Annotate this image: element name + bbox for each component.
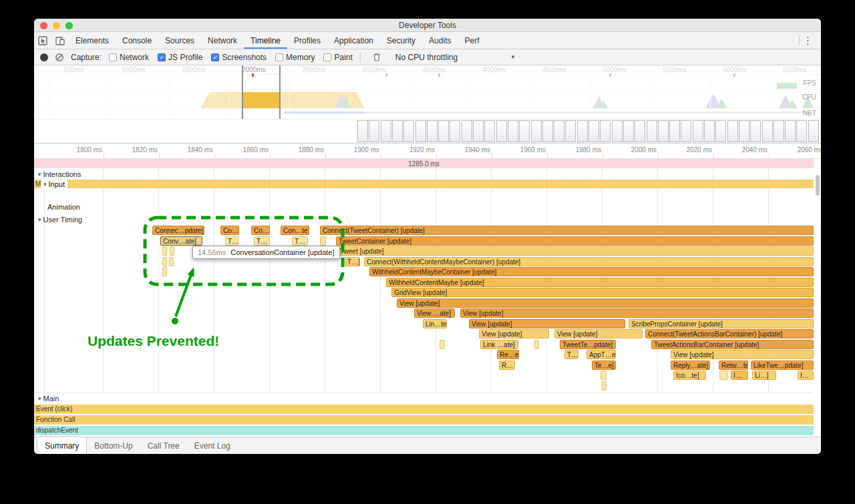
user-timing-bar[interactable]: Te…e] <box>592 360 616 370</box>
user-timing-bar[interactable] <box>602 381 607 391</box>
user-timing-bar[interactable]: LikeTwe…pdate] <box>751 360 814 370</box>
user-timing-bar[interactable]: TweetActionsBarContainer [update] <box>651 340 814 349</box>
user-timing-bar[interactable]: Retw…te] <box>719 360 748 370</box>
user-timing-bar[interactable]: Link …ate] <box>480 340 518 349</box>
filmstrip-thumbnail[interactable] <box>484 120 495 142</box>
tab-network[interactable]: Network <box>201 32 244 49</box>
filmstrip-thumbnail[interactable] <box>612 120 623 142</box>
filmstrip-thumbnail[interactable] <box>762 120 773 142</box>
user-timing-bar[interactable]: TweetContainer [update] <box>336 236 814 246</box>
user-timing-bar[interactable] <box>719 370 728 380</box>
main-row-event-click-[interactable]: Event (click) <box>34 405 814 414</box>
tab-application[interactable]: Application <box>327 32 380 49</box>
user-timing-bar[interactable]: ScribePropsContainer [update] <box>629 319 814 328</box>
user-timing-bar[interactable]: Reply…ate] <box>671 360 710 370</box>
user-timing-bar[interactable] <box>320 236 326 246</box>
capture-checkbox-screenshots[interactable]: ✓Screenshots <box>211 53 267 62</box>
tab-perf[interactable]: Perf <box>458 32 486 49</box>
section-animation[interactable]: Animation <box>47 203 80 211</box>
inspect-element-icon[interactable] <box>34 32 51 49</box>
user-timing-bar[interactable] <box>601 370 607 380</box>
user-timing-bar[interactable]: View [update] <box>460 308 814 318</box>
filmstrip-thumbnail[interactable] <box>600 120 611 142</box>
filmstrip-thumbnail[interactable] <box>565 120 576 142</box>
main-row-function-call[interactable]: Function Call <box>34 415 814 425</box>
filmstrip-thumbnail[interactable] <box>531 120 542 142</box>
user-timing-bar[interactable]: I… <box>798 370 814 380</box>
capture-checkbox-paint[interactable]: Paint <box>323 53 352 62</box>
filmstrip-thumbnail[interactable] <box>427 120 438 142</box>
record-button[interactable] <box>40 53 48 61</box>
filmstrip-thumbnail[interactable] <box>727 120 738 142</box>
filmstrip-thumbnail[interactable] <box>450 120 460 142</box>
user-timing-bar[interactable]: Con…te] <box>281 226 309 235</box>
user-timing-bar[interactable]: Connect(TweetContainer) [update] <box>320 226 814 235</box>
filmstrip-thumbnail[interactable] <box>774 120 784 142</box>
section-input[interactable]: ▾ Input <box>41 180 67 188</box>
filmstrip-thumbnail[interactable] <box>635 120 645 142</box>
user-timing-bar[interactable]: Ico…te] <box>673 370 706 380</box>
user-timing-bar[interactable]: I… <box>731 370 748 380</box>
user-timing-bar[interactable]: T… <box>225 236 238 246</box>
tab-sources[interactable]: Sources <box>158 32 201 49</box>
window-titlebar[interactable]: Developer Tools <box>34 19 821 32</box>
user-timing-bar[interactable]: Co…e] <box>220 226 239 235</box>
user-timing-bar[interactable]: View [update] <box>397 298 814 308</box>
user-timing-bar[interactable]: TweetTe…pdate] <box>560 340 616 349</box>
user-timing-bar[interactable]: WithheldContentMaybe [update] <box>386 278 814 287</box>
timeline-overview[interactable]: 500ms1000ms1500ms2000ms2500ms3000ms3500m… <box>34 65 821 144</box>
user-timing-bar[interactable] <box>162 267 167 276</box>
user-timing-bar[interactable] <box>534 340 539 349</box>
zoom-window-button[interactable] <box>65 22 73 29</box>
tab-elements[interactable]: Elements <box>69 32 116 49</box>
user-timing-bar[interactable]: GridView [update] <box>391 288 814 297</box>
tab-console[interactable]: Console <box>116 32 158 49</box>
user-timing-bar[interactable]: AppT…e] <box>586 350 616 359</box>
filmstrip-thumbnail[interactable] <box>647 120 657 142</box>
filmstrip-thumbnail[interactable] <box>669 120 680 142</box>
filmstrip-thumbnail[interactable] <box>357 120 368 142</box>
section-user-timing[interactable]: ▾ User Timing <box>38 216 82 224</box>
capture-checkbox-network[interactable]: Network <box>109 53 149 62</box>
close-window-button[interactable] <box>40 22 47 29</box>
section-interactions[interactable]: ▾ Interactions <box>38 170 81 178</box>
user-timing-bar[interactable]: View [update] <box>671 350 814 359</box>
filmstrip-thumbnail[interactable] <box>381 120 391 142</box>
user-timing-bar[interactable]: T… <box>254 236 270 246</box>
user-timing-bar[interactable]: T…] <box>345 257 360 266</box>
user-timing-bar[interactable] <box>162 257 167 266</box>
filmstrip-thumbnail[interactable] <box>693 120 703 142</box>
filmstrip-thumbnail[interactable] <box>369 120 379 142</box>
filmstrip-thumbnail[interactable] <box>542 120 553 142</box>
details-tab-summary[interactable]: Summary <box>37 437 87 454</box>
user-timing-bar[interactable] <box>170 246 174 256</box>
device-toolbar-icon[interactable] <box>51 32 69 49</box>
clear-recording-button[interactable] <box>55 53 63 61</box>
details-tab-call-tree[interactable]: Call Tree <box>140 437 187 454</box>
user-timing-bar[interactable]: View [update] <box>479 329 549 338</box>
selection-handle-right[interactable] <box>279 65 281 119</box>
vertical-scrollbar[interactable] <box>816 175 820 196</box>
tab-timeline[interactable]: Timeline <box>244 32 287 49</box>
user-timing-bar[interactable]: View [update] <box>469 319 625 328</box>
filmstrip-thumbnail[interactable] <box>392 120 403 142</box>
user-timing-bar[interactable]: T… <box>292 236 308 246</box>
filmstrip-thumbnail[interactable] <box>715 120 726 142</box>
user-timing-bar[interactable]: Conv…ate] <box>160 236 202 246</box>
user-timing-bar[interactable] <box>162 246 167 256</box>
tab-security[interactable]: Security <box>380 32 422 49</box>
user-timing-bar[interactable]: T… <box>564 350 578 359</box>
filmstrip-thumbnail[interactable] <box>704 120 715 142</box>
filmstrip-thumbnail[interactable] <box>473 120 484 142</box>
user-timing-bar[interactable]: Connect(TweetActionsBarContainer) [updat… <box>645 329 814 338</box>
user-timing-bar[interactable]: R… <box>499 360 515 370</box>
user-timing-bar[interactable]: Co…e] <box>251 226 270 235</box>
user-timing-bar[interactable]: Connec…pdate] <box>152 226 204 235</box>
capture-checkbox-js-profile[interactable]: ✓JS Profile <box>158 53 202 62</box>
cpu-throttling-select[interactable]: No CPU throttling ▼ <box>395 53 516 62</box>
filmstrip-thumbnail[interactable] <box>415 120 426 142</box>
tab-audits[interactable]: Audits <box>422 32 458 49</box>
filmstrip-thumbnail[interactable] <box>508 120 518 142</box>
filmstrip-thumbnail[interactable] <box>739 120 749 142</box>
user-timing-bar[interactable]: Tweet [update] <box>337 246 814 256</box>
